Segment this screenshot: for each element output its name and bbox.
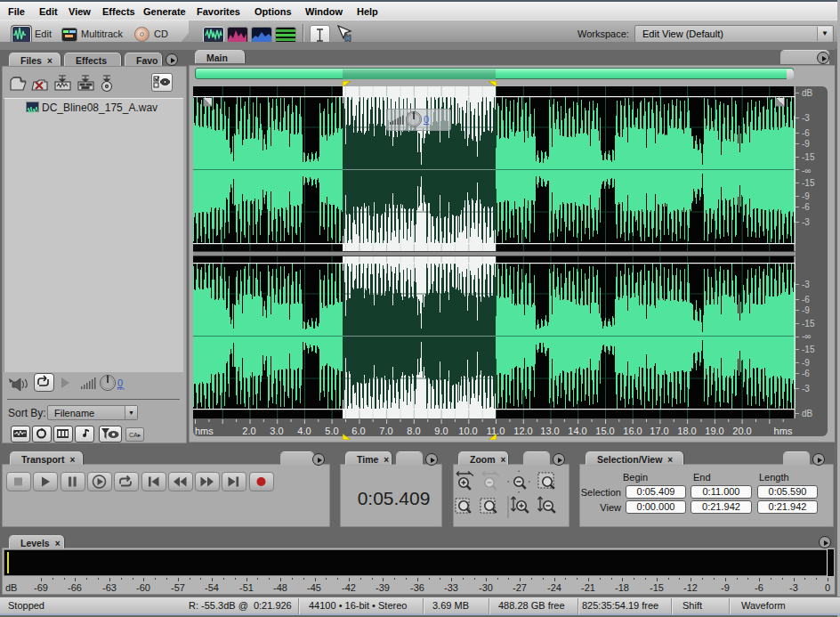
- svg-text:0: 0: [424, 114, 429, 125]
